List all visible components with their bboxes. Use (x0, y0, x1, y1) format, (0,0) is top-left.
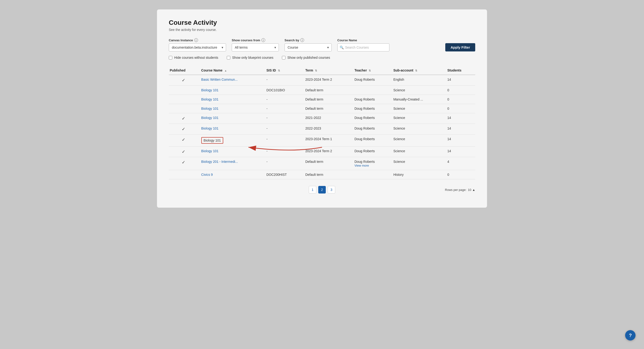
published-checkbox-label[interactable]: Show only published courses (282, 56, 330, 60)
cell-course-name[interactable]: Civics 9 (200, 170, 266, 179)
apply-filter-button[interactable]: Apply Filter (445, 43, 475, 52)
table-row: ✓Biology 101-2023-2024 Term 1Doug Robert… (169, 135, 475, 147)
table-row: Biology 101-Default termDoug RobertsManu… (169, 95, 475, 104)
cell-sub-account: Science (392, 104, 446, 113)
cell-teacher: Doug Roberts (354, 75, 392, 86)
cell-published: ✓ (169, 75, 200, 86)
canvas-instance-select[interactable]: documentation.beta.instructure (169, 44, 226, 52)
published-label-text: Show only published courses (287, 56, 330, 60)
table-row: ✓Biology 101-2023-2024 Term 2Doug Robert… (169, 147, 475, 157)
col-teacher[interactable]: Teacher ⇅ (354, 66, 392, 75)
search-by-info-icon[interactable]: i (300, 38, 304, 42)
cell-students: 0 (446, 95, 475, 104)
cell-published: ✓ (169, 147, 200, 157)
cell-sis-id: - (266, 75, 304, 86)
cell-students: 14 (446, 75, 475, 86)
cell-term: Default term (304, 95, 354, 104)
table-row: ✓Biology 101-2022-2023Doug RobertsScienc… (169, 124, 475, 135)
canvas-instance-info-icon[interactable]: i (194, 38, 198, 42)
cell-sis-id: - (266, 135, 304, 147)
table-row: ✓Basic Written Commun...-2023-2024 Term … (169, 75, 475, 86)
course-name-link[interactable]: Biology 101 (201, 116, 218, 120)
cell-teacher: Doug Roberts (354, 95, 392, 104)
cell-sub-account: History (392, 170, 446, 179)
cell-term: 2022-2023 (304, 124, 354, 135)
cell-sub-account: English (392, 75, 446, 86)
cell-teacher: Doug Roberts (354, 104, 392, 113)
blueprint-checkbox-label[interactable]: Show only blueprint courses (227, 56, 274, 60)
show-courses-select[interactable]: All terms (232, 44, 279, 52)
cell-sis-id: - (266, 95, 304, 104)
show-courses-label: Show courses from i (232, 38, 279, 42)
cell-published: ✓ (169, 157, 200, 170)
cell-course-name[interactable]: Biology 101 (200, 135, 266, 147)
cell-students: 0 (446, 104, 475, 113)
course-name-link[interactable]: Biology 201 - Intermedi... (201, 160, 238, 164)
filters-row: Canvas Instance i documentation.beta.ins… (169, 38, 475, 52)
course-name-link[interactable]: Biology 101 (201, 149, 218, 153)
table-row: ✓Biology 201 - Intermedi...-Default term… (169, 157, 475, 170)
course-name-link[interactable]: Biology 101 (201, 127, 218, 130)
cell-teacher: Doug Roberts (354, 113, 392, 124)
page-subtitle: See the activity for every course. (169, 28, 475, 32)
course-name-group: Course Name 🔍 (337, 39, 390, 52)
page-1-button[interactable]: 1 (309, 186, 316, 193)
show-courses-info-icon[interactable]: i (262, 38, 265, 42)
published-checkbox[interactable] (282, 56, 286, 60)
cell-teacher (354, 170, 392, 179)
cell-term: 2023-2024 Term 2 (304, 75, 354, 86)
cell-course-name[interactable]: Biology 201 - Intermedi... (200, 157, 266, 170)
cell-course-name[interactable]: Biology 101 (200, 95, 266, 104)
cell-published (169, 86, 200, 95)
page-2-button[interactable]: 2 (318, 186, 326, 193)
cell-students: 14 (446, 113, 475, 124)
cell-sub-account: Science (392, 86, 446, 95)
cell-course-name[interactable]: Biology 101 (200, 104, 266, 113)
help-button[interactable]: ? (625, 330, 636, 340)
cell-published: ✓ (169, 113, 200, 124)
blueprint-label-text: Show only blueprint courses (232, 56, 274, 60)
cell-term: 2023-2024 Term 2 (304, 147, 354, 157)
course-name-link[interactable]: Biology 101 (201, 88, 218, 92)
cell-published: ✓ (169, 124, 200, 135)
cell-published (169, 104, 200, 113)
show-courses-select-wrapper: All terms (232, 44, 279, 52)
blueprint-checkbox[interactable] (227, 56, 230, 60)
hide-courses-checkbox[interactable] (169, 56, 172, 60)
search-by-select-wrapper: Course (284, 44, 332, 52)
view-more-link[interactable]: View more (354, 164, 369, 167)
col-sis-id[interactable]: SIS ID ⇅ (266, 66, 304, 75)
cell-course-name[interactable]: Biology 101 (200, 113, 266, 124)
course-name-label: Course Name (337, 39, 390, 42)
cell-course-name[interactable]: Basic Written Commun... (200, 75, 266, 86)
page-3-button[interactable]: 3 (328, 186, 335, 193)
cell-course-name[interactable]: Biology 101 (200, 147, 266, 157)
cell-teacher: Doug Roberts (354, 147, 392, 157)
cell-sis-id: - (266, 147, 304, 157)
cell-sis-id: - (266, 157, 304, 170)
courses-table: Published Course Name ▲ SIS ID ⇅ Term ⇅ … (169, 66, 475, 179)
cell-students: 0 (446, 86, 475, 95)
course-name-link[interactable]: Biology 101 (201, 98, 218, 101)
course-name-link[interactable]: Biology 101 (201, 107, 218, 110)
course-name-link[interactable]: Basic Written Commun... (201, 78, 238, 81)
cell-term: Default term (304, 170, 354, 179)
rows-per-page-chevron-icon: ▲ (472, 188, 475, 192)
cell-course-name[interactable]: Biology 101 (200, 124, 266, 135)
search-by-select[interactable]: Course (284, 44, 332, 52)
cell-published: ✓ (169, 135, 200, 147)
col-term[interactable]: Term ⇅ (304, 66, 354, 75)
cell-term: Default term (304, 86, 354, 95)
cell-course-name[interactable]: Biology 101 (200, 86, 266, 95)
col-sub-account[interactable]: Sub-account ⇅ (392, 66, 446, 75)
course-name-link[interactable]: Civics 9 (201, 173, 213, 177)
search-input[interactable] (337, 44, 390, 52)
cell-sis-id: - (266, 113, 304, 124)
rows-per-page-selector[interactable]: 10 ▲ (468, 188, 475, 192)
hide-courses-checkbox-label[interactable]: Hide courses without students (169, 56, 218, 60)
table-row: Biology 101DOC101BIODefault termScience0 (169, 86, 475, 95)
col-course-name[interactable]: Course Name ▲ (200, 66, 266, 75)
cell-sub-account: Manually-Created ... (392, 95, 446, 104)
cell-teacher: Doug Roberts (354, 124, 392, 135)
table-header-row: Published Course Name ▲ SIS ID ⇅ Term ⇅ … (169, 66, 475, 75)
